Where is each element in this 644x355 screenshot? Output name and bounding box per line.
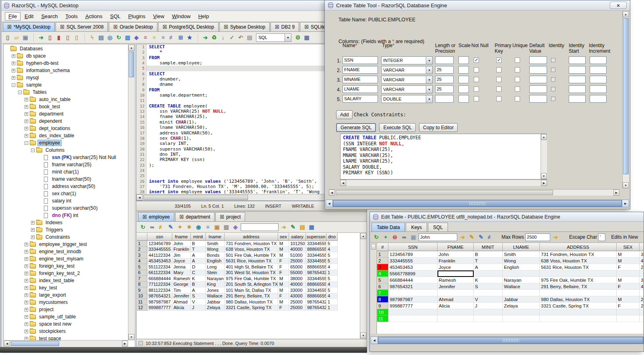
column-header-FNAME[interactable]: FNAME <box>438 243 474 251</box>
expand-icon[interactable]: + <box>12 76 15 80</box>
tab-close-icon[interactable]: ☒ <box>275 25 279 29</box>
expand-icon[interactable]: + <box>25 337 28 341</box>
column-header-fname[interactable]: fname <box>172 233 191 241</box>
tree-item-large_export[interactable]: +large_export <box>4 291 128 299</box>
collapse-icon[interactable]: - <box>12 83 15 87</box>
describe-table-icon[interactable]: ▤ <box>97 33 105 41</box>
save-edits-icon[interactable]: ▣ <box>409 233 417 241</box>
default-value-input[interactable] <box>529 85 547 93</box>
edit-results-icon[interactable]: ✎ <box>167 223 175 231</box>
execute-icon[interactable]: ➔ <box>201 33 209 41</box>
commit-icon[interactable]: ✓ <box>228 33 236 41</box>
expand-icon[interactable]: + <box>25 134 28 138</box>
table-row-3[interactable]: 3453453453JoyceAEnglish5631 Rice, Housto… <box>377 264 643 270</box>
column-header-ADDRESS[interactable]: ADDRESS <box>540 243 617 251</box>
expand-icon[interactable]: + <box>25 308 28 312</box>
table-row-1[interactable]: 1123456789JohnBSmith731 Fondren, Houston… <box>377 251 643 258</box>
tree-item-superssn-varchar-50-[interactable]: superssn varchar(50) <box>4 204 128 212</box>
tree-vscrollbar[interactable]: ▲ ▼ <box>128 45 134 340</box>
identity-checkbox[interactable] <box>551 68 555 72</box>
format-sql-icon[interactable]: ◆ <box>132 33 140 41</box>
not-null-checkbox[interactable]: ✓ <box>474 58 479 63</box>
open-file-icon[interactable]: ▱ <box>12 33 21 41</box>
table-row-2[interactable]: 2333445555FranklinTWong638 Voss, Houston… <box>137 247 360 253</box>
column-type-combo[interactable]: INTEGER▼ <box>381 56 433 64</box>
connection-tab--mysql-desktop[interactable]: ☒*MySQL Desktop <box>3 22 55 31</box>
collapse-icon[interactable]: - <box>31 149 35 152</box>
unique-checkbox[interactable] <box>515 96 520 101</box>
add-row-icon[interactable]: + <box>382 233 390 241</box>
scroll-left-icon[interactable]: ◀ <box>329 190 335 196</box>
column-header-MINIT[interactable]: MINIT <box>474 243 503 251</box>
edit-tab-sql[interactable]: SQL <box>428 223 448 231</box>
result-tab-project[interactable]: ☒project <box>215 212 245 221</box>
default-value-input[interactable] <box>529 76 547 83</box>
column-header-lname[interactable]: lname <box>206 233 225 241</box>
execute-sql-icon[interactable]: ϟ <box>88 33 96 41</box>
tree-item-db-space[interactable]: +db space <box>4 52 128 60</box>
default-value-input[interactable] <box>529 66 547 74</box>
tab-close-icon[interactable]: ☒ <box>180 215 184 219</box>
disconnect-icon[interactable]: ▯ <box>46 33 54 41</box>
identity-start-input[interactable] <box>569 85 586 93</box>
tree-hscroll-thumb[interactable] <box>11 341 59 346</box>
tree-item-project[interactable]: +project <box>4 306 128 313</box>
column-header-superssn[interactable]: superssn <box>306 233 326 241</box>
reconnect-icon[interactable]: ▯ <box>64 33 72 41</box>
panel-hscroll-thumb[interactable] <box>336 190 553 195</box>
table-row-10[interactable]: 10987654321JenniferSWallace291 Berry, Be… <box>137 293 360 299</box>
identity-start-input[interactable] <box>569 56 586 64</box>
tree-item-ssn-pk-[interactable]: ssn (PK) varchar(25) Not Null <box>4 154 128 161</box>
expand-icon[interactable]: + <box>25 293 28 297</box>
tree-item-lname-varchar-50-[interactable]: lname varchar(50) <box>4 175 128 183</box>
status-indicator-icon[interactable] <box>138 341 143 345</box>
export-grid-icon[interactable]: ▦ <box>308 223 316 231</box>
scroll-down-icon[interactable]: ▼ <box>128 334 134 340</box>
identity-start-input[interactable] <box>569 95 586 103</box>
scale-input[interactable] <box>458 56 469 64</box>
tree-item-engine_test_myisam[interactable]: +engine_test_myisam <box>4 255 128 262</box>
scroll-right-icon[interactable]: ▶ <box>622 200 629 207</box>
notes-icon[interactable]: ▤ <box>298 223 306 231</box>
result-tab-department[interactable]: ☒department <box>175 212 215 221</box>
tree-item-foreign_key_test[interactable]: +foreign_key_test <box>4 262 128 270</box>
table-row-4[interactable]: 45566778899 <box>377 270 643 277</box>
table-row-9[interactable]: 9881122334TimAJones101 Main St, Dallas T… <box>137 287 360 293</box>
expand-icon[interactable]: + <box>25 112 28 116</box>
expand-icon[interactable]: + <box>25 98 28 101</box>
image-icon[interactable]: ▣ <box>213 223 221 231</box>
tree-item-dno-fk-[interactable]: dno (FK) int <box>4 212 128 219</box>
results-filter-input[interactable] <box>241 223 279 231</box>
table-row-8[interactable]: 8987987987AhmadVJabbar980 Dallas, Housto… <box>377 296 643 303</box>
tree-item-dept_locations[interactable]: +dept_locations <box>4 125 128 132</box>
column-header-minit[interactable]: minit <box>191 233 206 241</box>
column-type-combo[interactable]: VARCHAR▼ <box>381 76 433 84</box>
favorites-star-icon[interactable]: ★ <box>186 33 194 41</box>
tree-item-mycustomers[interactable]: +mycustomers <box>4 299 128 306</box>
copy-doc-icon[interactable]: ▥ <box>124 33 132 41</box>
tab-close-icon[interactable]: ☒ <box>113 25 118 29</box>
grid-view-icon[interactable]: ▦ <box>303 33 311 41</box>
results-vscrollbar[interactable]: ▲ ▼ <box>360 233 366 338</box>
tree-item-stockpickers[interactable]: +stockpickers <box>4 328 128 335</box>
filter-rows-icon[interactable]: ≢ <box>486 233 494 241</box>
default-value-input[interactable] <box>529 56 547 64</box>
window-hscroll-thumb[interactable] <box>333 200 622 207</box>
menu-edit[interactable]: Edit <box>21 12 37 21</box>
not-null-checkbox[interactable] <box>474 87 479 92</box>
tree-item-auto_inc_table[interactable]: +auto_inc_table <box>4 96 128 103</box>
expand-icon[interactable]: + <box>25 264 28 268</box>
find-row-icon[interactable]: ∞ <box>400 233 408 241</box>
unique-checkbox[interactable] <box>515 77 520 82</box>
fetch-icon[interactable]: ↓ <box>219 33 227 41</box>
primary-key-checkbox[interactable] <box>496 67 502 72</box>
column-header-dno[interactable]: dno <box>326 233 338 241</box>
length-input[interactable] <box>435 56 454 64</box>
window-vscroll-thumb[interactable] <box>623 18 629 174</box>
identity-increment-input[interactable] <box>590 85 607 93</box>
tab-close-icon[interactable]: ☒ <box>220 215 224 219</box>
tree-item-minit-char-1-[interactable]: minit char(1) <box>4 168 128 175</box>
editor-hscroll-thumb[interactable] <box>143 195 248 200</box>
menu-sql[interactable]: SQL <box>107 12 124 21</box>
max-rows-input[interactable]: 2500 <box>525 233 550 241</box>
